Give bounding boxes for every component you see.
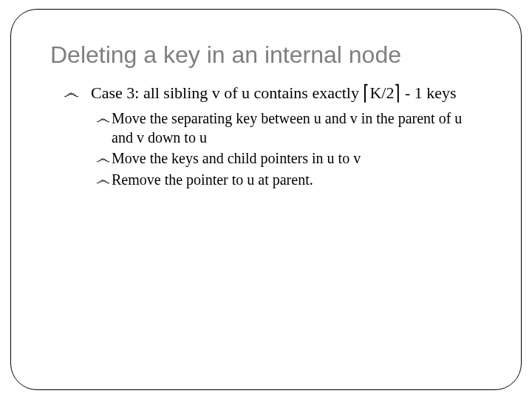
curly-bullet-icon: ෴ (64, 82, 79, 104)
bullet-case-3: ෴ Case 3: all sibling v of u contains ex… (64, 82, 482, 104)
ceiling-open-icon: ⌈ (363, 79, 369, 106)
curly-bullet-icon: ෴ (96, 170, 110, 189)
slide-title: Deleting a key in an internal node (50, 41, 511, 69)
curly-bullet-icon: ෴ (96, 149, 110, 168)
sub-bullet-1-text: Move the separating key between u and v … (112, 109, 482, 148)
case-3-expr: K/2 (369, 83, 394, 102)
case-3-text: Case 3: all sibling v of u contains exac… (91, 82, 482, 104)
case-3-prefix: Case 3: all sibling v of u contains exac… (91, 83, 359, 102)
case-3-suffix: - 1 keys (405, 83, 457, 102)
ceiling-close-icon: ⌉ (394, 79, 400, 106)
sub-bullet-2: ෴ Move the keys and child pointers in u … (96, 149, 482, 168)
sub-bullet-3-text: Remove the pointer to u at parent. (112, 170, 482, 189)
slide-body: ෴ Case 3: all sibling v of u contains ex… (64, 82, 482, 189)
sub-bullet-list: ෴ Move the separating key between u and … (96, 109, 482, 190)
sub-bullet-2-text: Move the keys and child pointers in u to… (112, 149, 482, 168)
slide-frame: Deleting a key in an internal node ෴ Cas… (0, 0, 532, 399)
sub-bullet-3: ෴ Remove the pointer to u at parent. (96, 170, 482, 189)
sub-bullet-1: ෴ Move the separating key between u and … (96, 109, 482, 148)
curly-bullet-icon: ෴ (96, 109, 110, 128)
